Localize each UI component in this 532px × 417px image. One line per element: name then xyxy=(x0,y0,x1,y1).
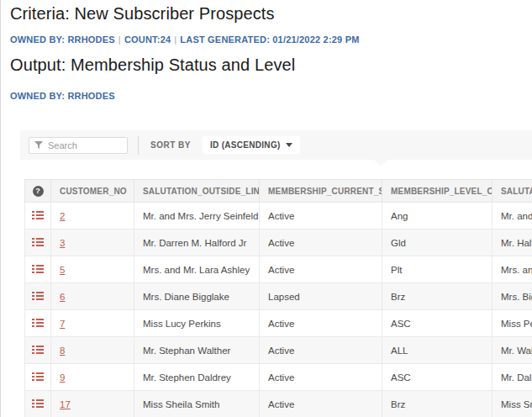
salutation-outside-cell: Mrs. and Mr. Lara Ashley xyxy=(134,256,260,283)
criteria-last-generated: LAST GENERATED: 01/21/2022 2:29 PM xyxy=(180,34,359,45)
membership-level-cell: Brz xyxy=(382,283,492,310)
membership-status-cell: Active xyxy=(260,256,382,283)
customer-no-link[interactable]: 17 xyxy=(60,399,71,409)
customer-no-link[interactable]: 3 xyxy=(60,238,65,248)
column-header-salutation-outside-line1: SALUTATION_OUTSIDE_LINE1 xyxy=(134,180,260,203)
meta-separator: | xyxy=(115,34,124,45)
customer-no-link[interactable]: 9 xyxy=(60,372,65,383)
membership-status-cell: Active xyxy=(260,337,382,364)
results-table-container: ? CUSTOMER_NO SALUTATION_OUTSIDE_LINE1 M… xyxy=(24,179,532,417)
salutation-outside-cell: Miss Sheila Smith xyxy=(134,391,260,417)
column-header-membership-current-status: MEMBERSHIP_CURRENT_STATUS xyxy=(260,180,382,203)
salutation-inside-cell: Mr. Walther xyxy=(492,337,532,364)
salutation-outside-cell: Mr. Stephen Daldrey xyxy=(134,364,260,391)
membership-level-cell: ASC xyxy=(382,310,492,337)
row-details-icon[interactable] xyxy=(32,345,44,356)
salutation-inside-cell: Miss Perkins xyxy=(492,310,532,337)
criteria-meta: OWNED BY: RRHODES|COUNT:24|LAST GENERATE… xyxy=(10,34,360,45)
help-icon[interactable]: ? xyxy=(33,186,44,197)
membership-status-cell: Active xyxy=(260,203,382,230)
meta-separator: | xyxy=(171,34,180,45)
customer-no-link[interactable]: 5 xyxy=(60,265,65,275)
results-table: ? CUSTOMER_NO SALUTATION_OUTSIDE_LINE1 M… xyxy=(24,179,532,417)
output-owned-by: OWNED BY: RRHODES xyxy=(10,91,115,101)
results-toolbar: SORT BY ID (ASCENDING) xyxy=(20,130,532,160)
salutation-inside-cell: Mrs. and Mr. Ashley xyxy=(492,256,532,283)
salutation-inside-cell: Miss Smith xyxy=(492,391,532,417)
membership-level-cell: ALL xyxy=(382,337,492,364)
search-box[interactable] xyxy=(29,137,128,154)
membership-status-cell: Active xyxy=(260,391,382,417)
salutation-outside-cell: Miss Lucy Perkins xyxy=(134,310,260,337)
table-row: 3 Mr. Darren M. Halford Jr Active Gld Mr… xyxy=(25,230,532,256)
salutation-inside-cell: Mr. Halford xyxy=(492,230,532,256)
row-details-icon[interactable] xyxy=(32,372,44,383)
membership-level-cell: ASC xyxy=(382,364,492,391)
customer-no-link[interactable]: 6 xyxy=(60,292,65,302)
search-input[interactable] xyxy=(48,140,122,150)
table-header-row: ? CUSTOMER_NO SALUTATION_OUTSIDE_LINE1 M… xyxy=(25,180,532,203)
membership-level-cell: Plt xyxy=(382,256,492,283)
membership-level-cell: Brz xyxy=(382,391,492,417)
salutation-outside-cell: Mr. and Mrs. Jerry Seinfeld xyxy=(134,203,260,230)
sort-by-label: SORT BY xyxy=(150,140,191,150)
table-row: 5 Mrs. and Mr. Lara Ashley Active Plt Mr… xyxy=(25,256,532,283)
membership-status-cell: Active xyxy=(260,310,382,337)
membership-level-cell: Gld xyxy=(382,230,492,256)
column-header-customer-no: CUSTOMER_NO xyxy=(51,180,134,203)
salutation-outside-cell: Mr. Darren M. Halford Jr xyxy=(134,230,260,256)
salutation-outside-cell: Mrs. Diane Bigglake xyxy=(134,283,260,310)
membership-status-cell: Active xyxy=(260,230,382,256)
sort-dropdown-value: ID (ASCENDING) xyxy=(210,140,281,150)
criteria-owned-by: OWNED BY: RRHODES xyxy=(10,34,115,45)
caret-down-icon xyxy=(286,143,292,147)
customer-no-link[interactable]: 8 xyxy=(60,346,65,356)
help-column-header: ? xyxy=(25,180,51,203)
salutation-inside-cell: Mr. Daldrey xyxy=(492,364,532,391)
salutation-inside-cell: Mr. and Mrs. Seinfeld xyxy=(492,203,532,230)
query-results-page: { "header": { "criteria_title": "Criteri… xyxy=(0,0,532,417)
sort-dropdown[interactable]: ID (ASCENDING) xyxy=(203,136,300,154)
membership-status-cell: Active xyxy=(260,364,382,391)
table-row: 17 Miss Sheila Smith Active Brz Miss Smi… xyxy=(25,391,532,417)
customer-no-link[interactable]: 2 xyxy=(60,211,65,221)
row-details-icon[interactable] xyxy=(32,291,44,303)
row-details-icon[interactable] xyxy=(32,318,44,330)
customer-no-link[interactable]: 7 xyxy=(60,319,65,329)
row-details-icon[interactable] xyxy=(32,264,44,276)
toolbar-divider xyxy=(138,136,139,155)
row-details-icon[interactable] xyxy=(32,399,44,410)
column-header-salutation-inside-line1: SALUTATION_INSIDE_LINE1 xyxy=(492,180,532,203)
row-details-icon[interactable] xyxy=(32,237,44,249)
output-meta: OWNED BY: RRHODES xyxy=(10,91,115,101)
toolbar-notch xyxy=(374,160,387,166)
filter-icon xyxy=(34,141,44,150)
membership-level-cell: Ang xyxy=(382,203,492,230)
row-details-icon[interactable] xyxy=(32,210,44,222)
table-row: 8 Mr. Stephan Walther Active ALL Mr. Wal… xyxy=(25,337,532,364)
membership-status-cell: Lapsed xyxy=(260,283,382,310)
table-row: 9 Mr. Stephen Daldrey Active ASC Mr. Dal… xyxy=(25,364,532,391)
table-row: 6 Mrs. Diane Bigglake Lapsed Brz Mrs. Bi… xyxy=(25,283,532,310)
table-row: 2 Mr. and Mrs. Jerry Seinfeld Active Ang… xyxy=(25,203,532,230)
output-title: Output: Membership Status and Level xyxy=(10,55,295,75)
criteria-title: Criteria: New Subscriber Prospects xyxy=(10,4,275,24)
salutation-inside-cell: Mrs. Bigglake xyxy=(492,283,532,310)
salutation-outside-cell: Mr. Stephan Walther xyxy=(134,337,260,364)
column-header-membership-level-code: MEMBERSHIP_LEVEL_CODE xyxy=(382,180,492,203)
criteria-count: COUNT:24 xyxy=(124,34,171,45)
table-row: 7 Miss Lucy Perkins Active ASC Miss Perk… xyxy=(25,310,532,337)
